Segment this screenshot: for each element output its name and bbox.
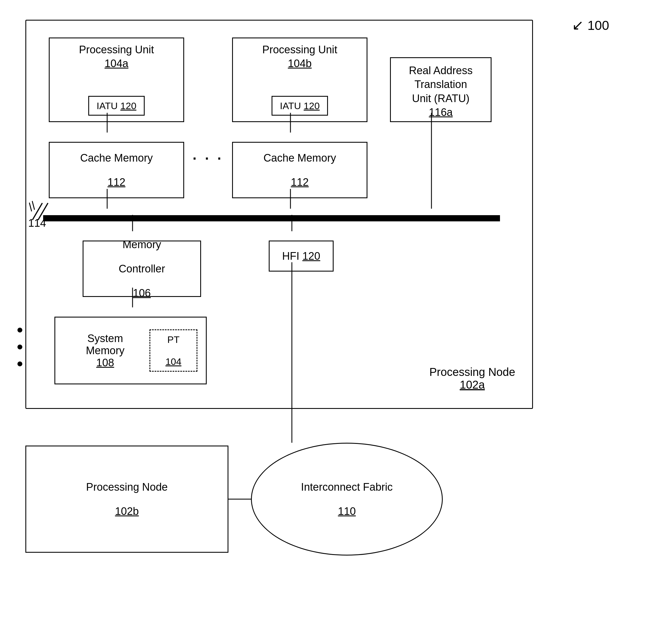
diagram-container: ↙ 100 Processing Unit — [17, 11, 637, 626]
system-bus — [43, 215, 500, 221]
iatu-104b: IATU 120 — [271, 96, 328, 115]
memory-controller: Memory Controller 106 — [83, 240, 201, 297]
processing-node-102a-box: Processing Unit 104a IATU 120 Processing… — [26, 20, 533, 409]
processing-node-a-label: Processing Node 102a — [429, 366, 515, 391]
interconnect-fabric: Interconnect Fabric 110 — [251, 443, 443, 556]
ratu-title: Real Address Translation Unit (RATU) 116… — [391, 58, 491, 120]
ellipsis-vertical: • • • — [17, 322, 21, 372]
system-memory: System Memory 108 PT 104 — [54, 317, 207, 384]
bus-label-114: 114 — [28, 217, 46, 229]
pt-box: PT 104 — [150, 329, 198, 372]
ellipsis-horizontal: · · · — [192, 150, 223, 167]
ratu-box: Real Address Translation Unit (RATU) 116… — [390, 57, 491, 122]
processing-node-102b: Processing Node 102b — [26, 446, 229, 553]
cache-memory-112a: Cache Memory 112 — [49, 142, 184, 198]
diagram-label-100: ↙ 100 — [572, 17, 609, 33]
hfi-box: HFI 120 — [269, 240, 333, 271]
pu-104b-title: Processing Unit 104b — [233, 38, 366, 71]
iatu-104a: IATU 120 — [88, 96, 145, 115]
label-100: 100 — [588, 18, 609, 33]
cache-memory-112b: Cache Memory 112 — [232, 142, 368, 198]
pu-104a-title: Processing Unit 104a — [50, 38, 183, 71]
processing-unit-104b: Processing Unit 104b IATU 120 — [232, 37, 368, 122]
processing-unit-104a: Processing Unit 104a IATU 120 — [49, 37, 184, 122]
